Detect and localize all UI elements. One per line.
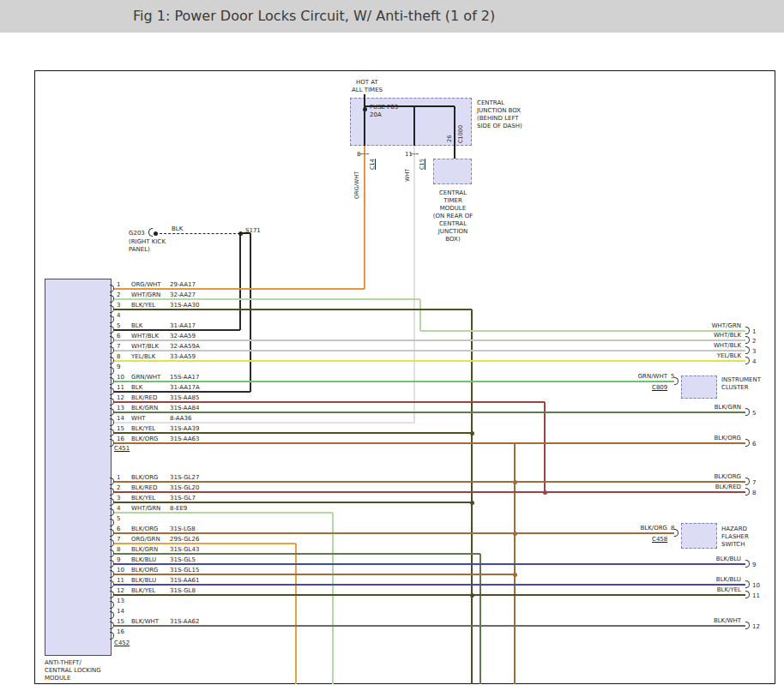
- caption-line: JUNCTION BOX: [477, 107, 522, 115]
- ground-location-caption: (RIGHT KICKPANEL): [129, 238, 166, 254]
- connector-label: C451: [114, 445, 130, 452]
- hazard-switch-caption: HAZARDFLASHERSWITCH: [721, 526, 749, 549]
- wire-blk-red: [544, 402, 546, 492]
- pin-number: 13: [117, 405, 124, 412]
- wire-end-bracket: [745, 346, 750, 354]
- splice-dot: [363, 107, 367, 111]
- wire-color-label: YEL/BLK: [131, 353, 155, 360]
- pin-bracket: [110, 388, 114, 395]
- pin-number: 3: [117, 302, 120, 309]
- c14-connector-label: C14: [369, 159, 376, 170]
- anti-theft-module-caption: ANTI-THEFT/CENTRAL LOCKINGMODULE: [45, 659, 101, 682]
- junction-box-caption: CENTRALJUNCTION BOX(BEHIND LEFTSIDE OF D…: [477, 99, 522, 130]
- splice-dot: [154, 231, 158, 236]
- hazard-flasher-switch-box: [681, 523, 717, 549]
- wire-color-label: BLK/ORG: [131, 567, 158, 574]
- caption-line: SIDE OF DASH): [477, 123, 522, 130]
- connector-pin-number: 9: [752, 562, 756, 568]
- pin-number: 10: [117, 567, 124, 574]
- wire-blk-org: [114, 574, 515, 575]
- caption-line: SWITCH: [721, 541, 749, 549]
- circuit-number-label: 31S-AA62: [170, 618, 199, 625]
- pin-bracket: [110, 295, 114, 303]
- wire-blk-grn: [114, 553, 480, 555]
- wire-blk-yel: [114, 594, 745, 596]
- wire-color-label: WHT/BLK: [648, 332, 741, 339]
- wire-color-label: BLK/ORG: [131, 436, 158, 442]
- caption-line: (ON REAR OF: [423, 213, 483, 220]
- splice-dot: [513, 532, 517, 536]
- connector-tick: [360, 153, 369, 154]
- wire-org-grn: [114, 543, 296, 544]
- wire-wht-blk: [114, 339, 745, 341]
- wire-end-bracket: [745, 622, 750, 629]
- caption-line: FLASHER: [721, 533, 749, 541]
- wire-blk-wht: [114, 625, 745, 627]
- instrument-cluster-box: [681, 376, 717, 399]
- ground-id-label: G203: [129, 230, 145, 237]
- wire-end-bracket: [745, 591, 750, 598]
- wire-color-label: WHT/BLK: [131, 343, 159, 350]
- pin-bracket: [110, 550, 114, 557]
- pin-number: 14: [117, 415, 124, 422]
- wire-color-label: WHT: [131, 415, 145, 422]
- pin-bracket: [110, 580, 114, 588]
- pin-bracket: [110, 488, 114, 496]
- wire-blk-yel: [114, 309, 472, 310]
- hazard-connector-label: C458: [652, 536, 667, 543]
- wire-end-bracket: [745, 580, 750, 588]
- pin-bracket: [110, 560, 114, 568]
- splice-dot: [238, 231, 243, 236]
- splice-dot: [470, 431, 474, 436]
- caption-line: MODULE: [45, 675, 101, 682]
- connector-pin-number: 3: [752, 348, 756, 355]
- circuit-number-label: 31S-GL43: [170, 546, 199, 553]
- central-timer-module-caption: CENTRALTIMERMODULE(ON REAR OFCENTRALJUNC…: [423, 189, 483, 243]
- pin-bracket: [110, 305, 114, 313]
- circuit-number-label: 31S-AA39: [170, 425, 199, 432]
- pin-bracket: [110, 632, 114, 640]
- pin-number: 5: [117, 515, 120, 522]
- wire-end-bracket: [745, 478, 750, 485]
- pin-bracket: [110, 285, 114, 292]
- pin-number: 7: [117, 536, 120, 543]
- wire-color-label: BLK/BLU: [131, 577, 156, 584]
- pin-number: 9: [117, 364, 120, 370]
- wire-blk-org: [114, 442, 745, 444]
- c1000-pin-number: 26: [446, 135, 453, 142]
- pin-number: 14: [117, 608, 124, 615]
- caption-line: BOX): [423, 236, 483, 243]
- wht-wire-label: WHT: [404, 169, 411, 182]
- pin-number: 1: [117, 474, 120, 481]
- wire-color-label: BLK/BLU: [131, 556, 156, 563]
- wire-wht: [114, 422, 414, 424]
- pin-number: 1: [117, 281, 120, 288]
- pin-number: 12: [117, 587, 124, 594]
- wire-black: [160, 233, 240, 234]
- wire-color-label: BLK/WHT: [131, 618, 159, 625]
- pin-bracket: [110, 611, 114, 619]
- anti-theft-module-box: [45, 279, 112, 656]
- wire-color-label: BLK: [131, 384, 142, 391]
- wire-blk-blu: [114, 563, 745, 565]
- pin-bracket: [110, 408, 114, 416]
- wire-end-bracket: [745, 488, 750, 496]
- caption-line: CENTRAL: [423, 220, 483, 228]
- wire-color-label: BLK/YEL: [131, 495, 155, 502]
- c1000-connector-label: C1000: [457, 125, 464, 143]
- wire-blk-org: [114, 481, 745, 483]
- wire-color-label: WHT/BLK: [131, 333, 159, 339]
- wire-blk-org: [114, 532, 674, 534]
- wire-blk-grn: [114, 412, 745, 413]
- wire-color-label: WHT/GRN: [648, 322, 741, 329]
- wire-color-label: BLK/YEL: [131, 302, 155, 309]
- wire-end-bracket: [745, 560, 750, 568]
- wire-color-label: BLK: [131, 322, 142, 329]
- wire-org-wht: [364, 146, 365, 289]
- wire-grn-wht: [114, 381, 674, 382]
- pin-bracket: [110, 478, 114, 485]
- pin-bracket: [110, 529, 114, 537]
- connector-pin-number: 11: [752, 592, 760, 599]
- caption-line: (RIGHT KICK: [129, 238, 166, 246]
- connector-tick: [410, 153, 419, 154]
